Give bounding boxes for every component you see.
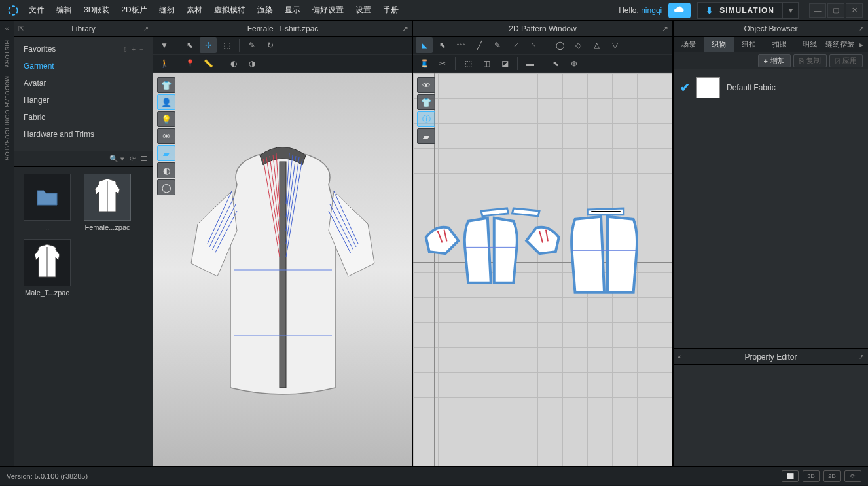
tool-select-rect[interactable]: ⬚ [218,37,235,53]
menu-bar: 文件编辑3D服装2D板片缝纫素材虚拟模特渲染显示偏好设置设置手册 [29,5,619,16]
lib-remove-icon[interactable]: − [139,46,143,53]
library-item[interactable]: Fabric [14,109,153,126]
object-tab[interactable]: 明线 [795,37,825,52]
library-pin-icon[interactable]: ⇱ [18,25,24,32]
tool-2d-a[interactable]: ⟋ [507,37,524,53]
window-minimize[interactable]: — [809,3,826,18]
tool-measure[interactable]: 📏 [200,56,217,71]
thumbnail-label: Male_T...zpac [21,289,73,297]
rail-modular-configurator[interactable]: MODULAR CONFIGURATOR [4,76,10,161]
vp3d-avatar-icon[interactable]: 👤 [157,94,175,110]
tool-2d-f[interactable]: ▽ [606,37,623,53]
object-tab[interactable]: 场景 [674,37,704,52]
menu-item[interactable]: 显示 [285,5,300,16]
viewport-2d-popout[interactable]: ↗ [662,24,668,33]
tool-move[interactable]: ✢ [200,37,217,53]
tool-2d-c[interactable]: ◯ [551,37,568,53]
collapse-icon[interactable]: « [5,25,9,32]
tool-2d-iron[interactable]: ▬ [522,56,539,71]
menu-item[interactable]: 缝纫 [159,5,175,16]
viewport-3d[interactable]: 👕 👤 💡 👁 ▰ ◐ ◯ [153,73,413,466]
tool-misc-a[interactable]: ◐ [225,56,242,71]
vp3d-light-icon[interactable]: 💡 [157,111,175,127]
tool-2d-curve[interactable]: 〰 [452,37,469,53]
cloud-button[interactable] [668,3,691,18]
thumbnail-box [84,174,131,221]
menu-item[interactable]: 编辑 [56,5,72,16]
toolbar-3d: ▼ ⬉ ✢ ⬚ ✎ ↻ 🚶 📍 📏 ◐ ◑ [153,37,413,73]
object-tab[interactable]: 扣眼 [765,37,795,52]
library-popout-icon[interactable]: ↗ [143,25,149,32]
tool-2d-e[interactable]: △ [588,37,605,53]
menu-item[interactable]: 偏好设置 [312,5,344,16]
tabs-scroll-right[interactable]: ▸ [855,40,868,49]
tool-2d-cursor2[interactable]: ⬉ [547,56,564,71]
tool-rotate[interactable]: ↻ [262,37,279,53]
tool-2d-b[interactable]: ⟍ [526,37,543,53]
tool-2d-k[interactable]: ⊕ [566,56,583,71]
search-icon[interactable]: 🔍 ▾ [109,155,124,163]
rail-history[interactable]: HISTORY [4,40,10,68]
refresh-button[interactable]: ⟳ [844,470,861,482]
refresh-icon[interactable]: ⟳ [130,155,136,163]
menu-item[interactable]: 文件 [29,5,45,16]
tool-2d-line[interactable]: ╱ [471,37,488,53]
lib-add-icon[interactable]: + [132,46,136,53]
menu-item[interactable]: 设置 [355,5,371,16]
library-item[interactable]: Hardware and Trims [14,126,153,143]
tool-misc-b[interactable]: ◑ [244,56,261,71]
check-icon[interactable]: ✔ [680,81,690,95]
property-collapse-icon[interactable]: « [678,353,681,360]
view-mode-button[interactable]: 3D [803,470,820,482]
thumbnail-item[interactable]: Male_T...zpac [21,239,73,297]
property-editor-title: Property Editor [744,352,797,362]
object-tab[interactable]: 织物 [704,37,734,52]
menu-item[interactable]: 素材 [187,5,202,16]
object-browser-tabs: 场景织物纽扣扣眼明线缝纫褶皱▸ [674,37,868,52]
viewport-3d-popout[interactable]: ↗ [402,24,408,33]
tool-pen[interactable]: ✎ [244,37,261,53]
tool-2d-point[interactable]: ⬉ [434,37,451,53]
window-close[interactable]: ✕ [846,3,863,18]
viewport-2d[interactable]: 👁 👕 ⓘ ▰ [413,73,673,466]
tool-2d-select[interactable]: ◣ [416,37,433,53]
tool-down-arrow[interactable]: ▼ [156,37,173,53]
object-tab[interactable]: 缝纫褶皱 [825,37,855,52]
library-item[interactable]: Garment [14,58,153,75]
simulation-button[interactable]: ⬇ SIMULATION [697,2,783,19]
object-tab[interactable]: 纽扣 [734,37,764,52]
view-mode-button[interactable]: ⬜ [782,470,799,482]
thumbnail-item[interactable]: .. [21,174,73,231]
property-editor-popout[interactable]: ↗ [859,353,864,360]
tool-2d-d[interactable]: ◇ [570,37,587,53]
menu-item[interactable]: 2D板片 [121,5,147,16]
tool-cursor[interactable]: ⬉ [181,37,198,53]
list-view-icon[interactable]: ☰ [141,155,147,163]
tool-avatar-walk[interactable]: 🚶 [156,56,173,71]
thumbnail-item[interactable]: Female...zpac [81,174,134,231]
lib-import-icon[interactable]: ⇩ [122,46,128,53]
tool-pin[interactable]: 📍 [181,56,198,71]
object-action-应用: ⍁应用 [829,54,863,67]
vp3d-garment-icon[interactable]: 👕 [157,77,175,93]
object-list-item[interactable]: ✔Default Fabric [680,77,861,98]
object-action-增加[interactable]: +增加 [758,54,791,67]
tool-2d-h[interactable]: ⬚ [460,56,477,71]
tool-2d-edit[interactable]: ✎ [489,37,506,53]
menu-item[interactable]: 渲染 [257,5,273,16]
menu-item[interactable]: 3D服装 [84,5,109,16]
tool-2d-g[interactable]: ✂ [434,56,451,71]
tool-2d-i[interactable]: ◫ [478,56,495,71]
window-maximize[interactable]: ▢ [827,3,844,18]
tool-2d-j[interactable]: ◪ [496,56,513,71]
menu-item[interactable]: 手册 [383,5,399,16]
library-search-bar: 🔍 ▾ ⟳ ☰ [14,151,153,167]
menu-item[interactable]: 虚拟模特 [214,5,245,16]
library-item[interactable]: Hanger [14,92,153,109]
object-browser-popout[interactable]: ↗ [859,25,864,32]
view-mode-button[interactable]: 2D [823,470,841,482]
simulation-dropdown[interactable]: ▾ [783,2,799,19]
library-item[interactable]: Favorites⇩+− [14,41,153,58]
tool-2d-sew[interactable]: 🧵 [416,56,433,71]
library-item[interactable]: Avatar [14,75,153,92]
